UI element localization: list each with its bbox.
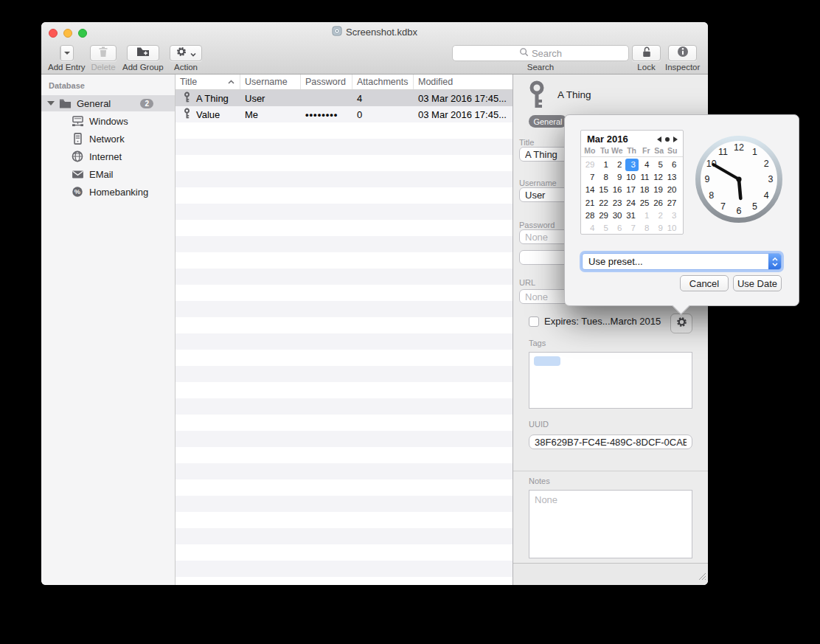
calendar-day[interactable]: 11: [639, 171, 653, 184]
notes-box[interactable]: None: [529, 490, 692, 558]
calendar-day[interactable]: 7: [584, 171, 598, 184]
calendar-day[interactable]: 28: [584, 210, 598, 222]
previous-month-icon[interactable]: [657, 136, 661, 142]
sidebar-item-homebanking[interactable]: %Homebanking: [41, 184, 175, 200]
preset-dropdown[interactable]: Use preset...: [582, 253, 782, 270]
calendar-day[interactable]: 4: [584, 222, 598, 235]
delete-label: Delete: [91, 63, 115, 72]
next-month-icon[interactable]: [673, 136, 678, 142]
search-input[interactable]: Search: [452, 45, 629, 61]
minimize-window-button[interactable]: [63, 29, 72, 38]
add-entry-button[interactable]: [60, 45, 74, 61]
uuid-field[interactable]: [529, 434, 692, 449]
calendar-day[interactable]: 9: [653, 222, 667, 235]
calendar-day[interactable]: 25: [639, 197, 653, 210]
notes-label: Notes: [529, 477, 550, 485]
cancel-button[interactable]: Cancel: [680, 275, 729, 291]
calendar-day-grid: 2912345678910111213141516171819202122232…: [581, 157, 683, 236]
calendar-day[interactable]: 23: [611, 197, 625, 210]
calendar-day[interactable]: 1: [639, 210, 653, 222]
tag-token[interactable]: [534, 356, 560, 366]
inspector-label: Inspector: [665, 63, 700, 72]
calendar-day[interactable]: 31: [625, 210, 639, 222]
expires-checkbox[interactable]: [529, 316, 539, 327]
weekday-label: Fr: [639, 146, 653, 155]
lock-label: Lock: [637, 63, 655, 72]
calendar-day[interactable]: 16: [611, 184, 625, 196]
sidebar-item-email[interactable]: EMail: [41, 166, 175, 182]
tags-box[interactable]: [529, 352, 692, 409]
calendar-day[interactable]: 8: [598, 171, 612, 184]
column-header-modified[interactable]: Modified: [414, 75, 512, 89]
sidebar-item-network[interactable]: Network: [41, 131, 175, 147]
calendar-day[interactable]: 27: [666, 197, 680, 210]
empty-table-row: [176, 333, 512, 350]
calendar-day[interactable]: 8: [639, 222, 653, 235]
calendar-day[interactable]: 5: [653, 159, 667, 171]
table-row[interactable]: A ThingUser403 Mar 2016 17:45...: [176, 90, 512, 106]
sidebar-item-label: Internet: [89, 151, 122, 162]
calendar-day[interactable]: 6: [666, 159, 680, 171]
chevron-down-icon: [64, 52, 70, 55]
cell-attachments: 4: [352, 93, 414, 104]
calendar-day[interactable]: 30: [611, 210, 625, 222]
chevron-down-icon: [190, 46, 196, 60]
window-chrome: Screenshot.kdbx Add Entry Delete: [41, 22, 708, 75]
calendar-day[interactable]: 12: [653, 171, 667, 184]
calendar-day[interactable]: 26: [653, 197, 667, 210]
delete-button[interactable]: [90, 45, 117, 61]
close-window-button[interactable]: [49, 29, 58, 38]
calendar-day[interactable]: 3: [666, 210, 680, 222]
calendar-day[interactable]: 24: [625, 197, 639, 210]
calendar-day[interactable]: 19: [653, 184, 667, 196]
calendar-day[interactable]: 20: [666, 184, 680, 196]
column-header-username[interactable]: Username: [240, 75, 301, 89]
table-row[interactable]: ValueMe••••••••003 Mar 2016 17:45...: [176, 106, 512, 122]
use-date-button[interactable]: Use Date: [733, 275, 782, 291]
calendar-day[interactable]: 1: [598, 159, 612, 171]
calendar-day[interactable]: 10: [625, 171, 639, 184]
sidebar-item-windows[interactable]: Windows: [41, 113, 175, 129]
column-header-title[interactable]: Title: [176, 75, 240, 89]
calendar-day[interactable]: 14: [584, 184, 598, 196]
lock-button[interactable]: [632, 45, 661, 61]
disclosure-triangle-icon[interactable]: [47, 101, 55, 105]
calendar-day[interactable]: 4: [639, 159, 653, 171]
calendar-day[interactable]: 5: [598, 222, 612, 235]
column-header-password[interactable]: Password: [301, 75, 352, 89]
calendar-day[interactable]: 2: [611, 159, 625, 171]
calendar-day[interactable]: 13: [666, 171, 680, 184]
calendar-day[interactable]: 18: [639, 184, 653, 196]
calendar-day[interactable]: 7: [625, 222, 639, 235]
calendar-day[interactable]: 9: [611, 171, 625, 184]
add-entry-dropdown[interactable]: [60, 46, 73, 60]
calendar-day-selected[interactable]: 3: [625, 159, 639, 171]
calendar-day[interactable]: 17: [625, 184, 639, 196]
action-button[interactable]: [170, 45, 202, 61]
calendar-day[interactable]: 2: [653, 210, 667, 222]
info-icon: [677, 46, 689, 60]
expires-presets-button[interactable]: [670, 314, 692, 333]
expires-label: Expires: Tues...March 2015: [544, 316, 661, 327]
calendar-day[interactable]: 21: [584, 197, 598, 210]
calendar-day[interactable]: 29: [598, 210, 612, 222]
analog-clock[interactable]: 123456789101112: [695, 135, 783, 224]
tab-general[interactable]: General: [529, 115, 567, 128]
calendar-day[interactable]: 15: [598, 184, 612, 196]
calendar-day[interactable]: 29: [584, 159, 598, 171]
svg-text:%: %: [74, 188, 81, 195]
toolbar: Add Entry Delete Add Group: [41, 43, 708, 74]
zoom-window-button[interactable]: [78, 29, 87, 38]
calendar-day[interactable]: 6: [611, 222, 625, 235]
resize-grip[interactable]: [698, 570, 706, 584]
add-group-button[interactable]: [127, 45, 159, 61]
inspector-button[interactable]: [668, 45, 697, 61]
svg-text:7: 7: [720, 201, 726, 212]
column-header-attachments[interactable]: Attachments: [352, 75, 414, 89]
sidebar-item-internet[interactable]: Internet: [41, 148, 175, 165]
toolbar-item-action: Action: [170, 45, 202, 72]
calendar-day[interactable]: 10: [666, 222, 680, 235]
calendar-day[interactable]: 22: [598, 197, 612, 210]
current-month-icon[interactable]: [665, 137, 670, 142]
sidebar-item-general[interactable]: General2: [41, 95, 175, 111]
